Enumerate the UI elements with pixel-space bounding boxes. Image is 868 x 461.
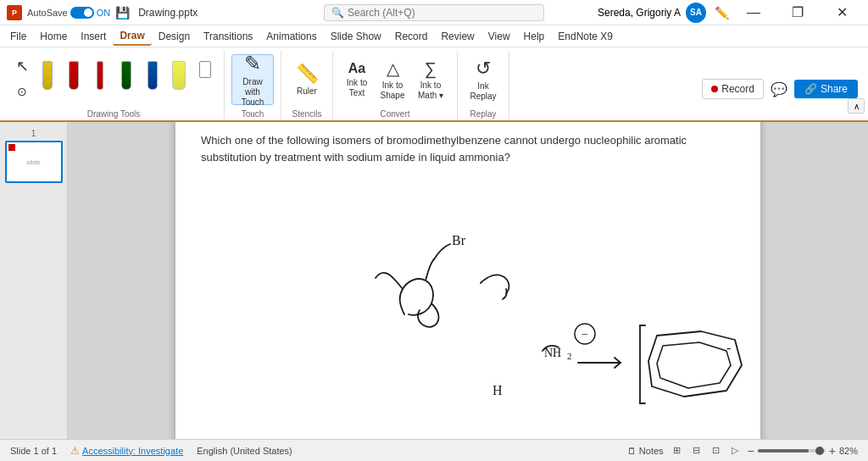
zoom-bar: − + 82% bbox=[748, 444, 858, 458]
svg-text:−: − bbox=[581, 328, 588, 341]
slide-thumbnail[interactable]: slide bbox=[5, 141, 63, 183]
user-name: Sereda, Grigoriy A bbox=[598, 7, 681, 19]
chemistry-drawing: .ink { fill: none; stroke: #1a1a1a; stro… bbox=[175, 122, 760, 439]
language-label: English (United States) bbox=[197, 446, 292, 456]
menu-record[interactable]: Record bbox=[388, 28, 435, 45]
app-body: 1 slide Which one of the following isome… bbox=[0, 122, 868, 439]
pen-red2[interactable] bbox=[88, 58, 112, 100]
ribbon-group-drawing-tools: ↖ ⊙ bbox=[3, 51, 225, 120]
eraser-btn[interactable] bbox=[193, 58, 217, 100]
notes-icon: 🗒 bbox=[627, 446, 637, 456]
record-button[interactable]: Record bbox=[702, 79, 764, 99]
ribbon-right: Record 💬 🔗 Share bbox=[702, 51, 865, 120]
reading-view-btn[interactable]: ⊡ bbox=[709, 444, 722, 457]
ribbon-group-convert: Aa Ink toText △ Ink toShape ∑ Ink toMath… bbox=[333, 51, 458, 120]
zoom-slider[interactable] bbox=[758, 449, 826, 453]
ink-to-text-label: Ink toText bbox=[347, 78, 367, 98]
ink-replay-label: InkReplay bbox=[470, 81, 496, 102]
notes-label: Notes bbox=[639, 446, 664, 456]
slide-number: 1 bbox=[31, 129, 36, 138]
pen-red1[interactable] bbox=[62, 58, 86, 100]
main-canvas: Which one of the following isomers of br… bbox=[68, 122, 868, 439]
pen-highlighter[interactable] bbox=[167, 58, 191, 100]
accessibility-label[interactable]: Accessibility: Investigate bbox=[82, 446, 183, 456]
ribbon-collapse-btn[interactable]: ∧ bbox=[848, 98, 865, 114]
ruler-btn[interactable]: 📏 Ruler bbox=[288, 54, 326, 105]
menu-insert[interactable]: Insert bbox=[74, 28, 113, 45]
restore-button[interactable]: ❐ bbox=[778, 0, 817, 25]
menu-help[interactable]: Help bbox=[517, 28, 552, 45]
ink-to-text-btn[interactable]: Aa Ink toText bbox=[340, 54, 374, 105]
menu-animations[interactable]: Animations bbox=[259, 28, 323, 45]
menu-transitions[interactable]: Transitions bbox=[197, 28, 259, 45]
filename: Drawing.pptx bbox=[138, 7, 198, 19]
pen-green[interactable] bbox=[114, 58, 138, 100]
slide-sorter-btn[interactable]: ⊟ bbox=[690, 444, 703, 457]
ribbon-group-touch: ✎ Draw withTouch Touch bbox=[225, 51, 281, 120]
ink-to-shape-btn[interactable]: △ Ink toShape bbox=[376, 54, 409, 105]
autosave-state: ON bbox=[97, 8, 111, 18]
convert-content: Aa Ink toText △ Ink toShape ∑ Ink toMath… bbox=[340, 51, 450, 106]
ink-replay-icon: ↺ bbox=[476, 58, 491, 80]
pen-icon[interactable]: ✏️ bbox=[715, 6, 729, 19]
autosave-toggle[interactable] bbox=[70, 7, 94, 19]
menu-slideshow[interactable]: Slide Show bbox=[324, 28, 388, 45]
replay-content: ↺ InkReplay bbox=[465, 51, 502, 106]
presenter-view-btn[interactable]: ▷ bbox=[729, 444, 741, 457]
status-left: Slide 1 of 1 ⚠ Accessibility: Investigat… bbox=[10, 445, 292, 457]
ink-to-text-icon: Aa bbox=[348, 61, 365, 76]
notes-btn[interactable]: 🗒 Notes bbox=[627, 446, 664, 456]
cursor-btn[interactable]: ↖ bbox=[10, 54, 34, 78]
lasso-btn[interactable]: ⊙ bbox=[10, 80, 34, 103]
replay-label: Replay bbox=[465, 106, 502, 120]
ribbon-group-replay: ↺ InkReplay Replay bbox=[458, 51, 509, 120]
ink-to-shape-icon: △ bbox=[387, 58, 399, 79]
minimize-button[interactable]: — bbox=[734, 0, 773, 25]
menu-home[interactable]: Home bbox=[33, 28, 74, 45]
pen-tools bbox=[36, 54, 217, 100]
menu-endnote[interactable]: EndNote X9 bbox=[551, 28, 620, 45]
menu-review[interactable]: Review bbox=[434, 28, 481, 45]
search-input[interactable] bbox=[348, 7, 534, 19]
menu-draw[interactable]: Draw bbox=[113, 27, 151, 46]
menu-file[interactable]: File bbox=[3, 28, 33, 45]
lasso-icon: ⊙ bbox=[17, 85, 27, 98]
draw-touch-label: Draw withTouch bbox=[237, 77, 268, 108]
avatar: SA bbox=[686, 3, 706, 23]
save-icon[interactable]: 💾 bbox=[115, 6, 130, 19]
menu-view[interactable]: View bbox=[481, 28, 517, 45]
comment-icon[interactable]: 💬 bbox=[771, 81, 787, 97]
share-button[interactable]: 🔗 Share bbox=[794, 80, 858, 98]
h-label: H bbox=[492, 383, 503, 397]
ink-replay-btn[interactable]: ↺ InkReplay bbox=[465, 54, 502, 105]
nh2-label: NH bbox=[544, 347, 561, 359]
ruler-label: Ruler bbox=[297, 86, 317, 97]
pen-yellow[interactable] bbox=[36, 58, 59, 100]
status-bar: Slide 1 of 1 ⚠ Accessibility: Investigat… bbox=[0, 439, 868, 461]
zoom-value[interactable]: 82% bbox=[839, 446, 858, 456]
zoom-out-btn[interactable]: − bbox=[748, 444, 754, 458]
autosave-area: AutoSave ON bbox=[27, 7, 110, 19]
title-bar-left: P AutoSave ON 💾 Drawing.pptx bbox=[7, 5, 198, 20]
zoom-in-btn[interactable]: + bbox=[829, 444, 836, 458]
ink-to-math-btn[interactable]: ∑ Ink toMath ▾ bbox=[411, 54, 450, 105]
normal-view-btn[interactable]: ⊞ bbox=[670, 444, 683, 457]
draw-with-touch-btn[interactable]: ✎ Draw withTouch bbox=[231, 54, 274, 105]
menu-bar: File Home Insert Draw Design Transitions… bbox=[0, 25, 868, 47]
draw-touch-icon: ✎ bbox=[244, 52, 261, 75]
drawing-tools-content: ↖ ⊙ bbox=[10, 51, 217, 106]
close-button[interactable]: ✕ bbox=[822, 0, 861, 25]
ribbon: ↖ ⊙ bbox=[0, 47, 868, 122]
status-right: 🗒 Notes ⊞ ⊟ ⊡ ▷ − + 82% bbox=[627, 444, 858, 458]
menu-design[interactable]: Design bbox=[152, 28, 197, 45]
stencils-content: 📏 Ruler bbox=[288, 51, 326, 106]
stencils-label: Stencils bbox=[288, 106, 326, 120]
slide-indicator bbox=[8, 144, 15, 151]
ink-to-math-icon: ∑ bbox=[425, 59, 437, 79]
cursor-icon: ↖ bbox=[16, 57, 29, 75]
slide-content[interactable]: Which one of the following isomers of br… bbox=[175, 122, 760, 439]
zoom-thumb bbox=[815, 447, 824, 455]
svg-text:2: 2 bbox=[567, 351, 572, 361]
pen-blue[interactable] bbox=[141, 58, 164, 100]
convert-label: Convert bbox=[340, 106, 450, 120]
